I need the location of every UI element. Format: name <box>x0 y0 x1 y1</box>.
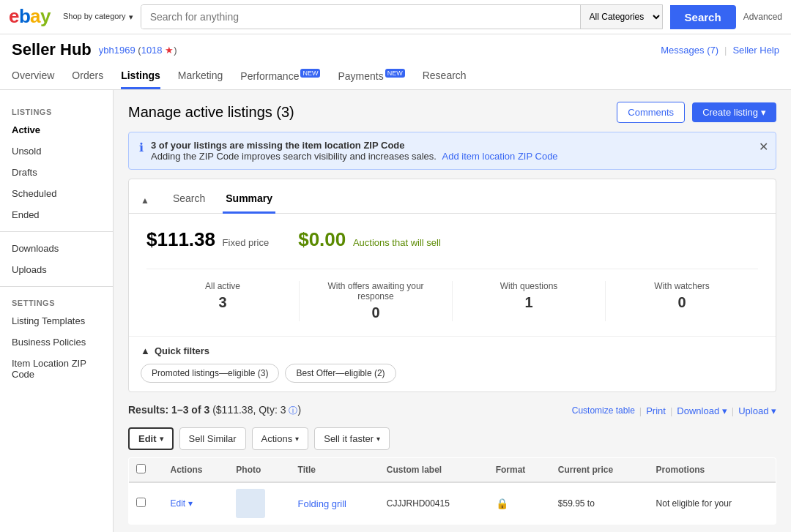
filter-chip-best-offer[interactable]: Best Offer—eligible (2) <box>285 364 396 383</box>
row-actions-cell: Edit ▾ <box>163 482 229 525</box>
table-row: Edit ▾ Folding grill CJJJRHD00415 🔒 <box>129 482 776 525</box>
shop-by-category-btn[interactable]: Shop by category ▾ <box>63 12 133 21</box>
seller-help-link[interactable]: Seller Help <box>732 45 779 56</box>
sidebar: LISTINGS Active Unsold Drafts Scheduled … <box>0 90 114 532</box>
results-amount: ($111.38, Qty: 3 ⓘ) <box>212 404 301 416</box>
sell-it-faster-button[interactable]: Sell it faster ▾ <box>314 427 390 450</box>
search-button[interactable]: Search <box>670 5 736 29</box>
select-all-checkbox[interactable] <box>136 464 146 473</box>
row-price-cell: $59.95 to <box>551 482 649 525</box>
results-actions: Customize table | Print | Download ▾ | U… <box>572 405 776 416</box>
stat-offers-awaiting-value: 0 <box>311 304 440 321</box>
sidebar-item-drafts[interactable]: Drafts <box>0 162 113 183</box>
row-title-cell: Folding grill <box>291 482 379 525</box>
nav-orders[interactable]: Orders <box>72 62 103 89</box>
stat-offers-awaiting: With offers awaiting your response 0 <box>300 281 453 321</box>
filter-chips: Promoted listings—eligible (3) Best Offe… <box>141 364 764 383</box>
tab-summary[interactable]: Summary <box>223 188 275 214</box>
main-content: Manage active listings (3) Comments Crea… <box>114 90 791 532</box>
col-actions-header: Actions <box>163 458 229 483</box>
stat-questions-value: 1 <box>464 294 593 311</box>
nav-performance[interactable]: PerformanceNEW <box>240 62 320 89</box>
row-edit-chevron-icon[interactable]: ▾ <box>188 498 193 509</box>
summary-content: $111.38 Fixed price $0.00 Auctions that … <box>129 214 776 336</box>
stat-offers-awaiting-label: With offers awaiting your response <box>311 281 440 301</box>
customize-table-link[interactable]: Customize table <box>572 405 635 416</box>
alert-link[interactable]: Add item location ZIP Code <box>442 151 558 162</box>
sidebar-divider-2 <box>0 286 113 287</box>
create-listing-button[interactable]: Create listing ▾ <box>692 102 776 122</box>
actions-button[interactable]: Actions ▾ <box>252 427 309 450</box>
shop-by-label: Shop by category <box>63 12 126 21</box>
nav-payments[interactable]: PaymentsNEW <box>338 62 404 89</box>
sell-similar-button[interactable]: Sell Similar <box>179 427 246 450</box>
alert-sub-text: Adding the ZIP Code improves search visi… <box>151 151 437 162</box>
row-format-cell: 🔒 <box>489 482 551 525</box>
nav-overview[interactable]: Overview <box>12 62 54 89</box>
tab-search[interactable]: Search <box>170 188 208 214</box>
create-listing-chevron-icon: ▾ <box>761 107 766 118</box>
sidebar-item-ended[interactable]: Ended <box>0 204 113 225</box>
results-info-icon[interactable]: ⓘ <box>289 405 297 416</box>
sidebar-item-unsold[interactable]: Unsold <box>0 141 113 162</box>
stat-watchers: With watchers 0 <box>606 281 758 321</box>
sidebar-item-active[interactable]: Active <box>0 119 113 141</box>
row-photo-cell <box>229 482 290 525</box>
upload-link[interactable]: Upload ▾ <box>738 405 776 416</box>
collapse-icon[interactable]: ▲ <box>141 195 149 206</box>
auction-price-label: Auctions that will sell <box>353 237 441 248</box>
nav-marketing[interactable]: Marketing <box>178 62 223 89</box>
row-custom-label-cell: CJJJRHD00415 <box>379 482 489 525</box>
search-input[interactable] <box>141 5 580 29</box>
shop-by-chevron-icon: ▾ <box>129 12 133 22</box>
download-chevron-icon: ▾ <box>722 405 727 416</box>
page-header-actions: Comments Create listing ▾ <box>617 102 776 123</box>
lock-icon: 🔒 <box>496 498 508 509</box>
edit-button[interactable]: Edit ▾ <box>128 427 174 450</box>
seller-rating-link[interactable]: 1018 ★ <box>141 45 174 56</box>
alert-bold-text: 3 of your listings are missing the item … <box>151 140 405 151</box>
row-edit-label[interactable]: Edit <box>171 498 186 509</box>
comments-button[interactable]: Comments <box>617 102 685 123</box>
stat-watchers-value: 0 <box>617 294 746 311</box>
download-link[interactable]: Download ▾ <box>677 405 727 416</box>
seller-username-link[interactable]: ybh1969 <box>99 45 135 56</box>
nav-listings[interactable]: Listings <box>121 62 160 89</box>
auction-price-block: $0.00 Auctions that will sell <box>298 228 441 251</box>
summary-stats: All active 3 With offers awaiting your r… <box>146 269 758 321</box>
alert-text: 3 of your listings are missing the item … <box>151 140 558 162</box>
row-checkbox-cell <box>129 482 163 525</box>
seller-username: ybh1969 (1018 ★) <box>99 45 177 56</box>
sidebar-item-downloads[interactable]: Downloads <box>0 238 113 259</box>
table-toolbar: Edit ▾ Sell Similar Actions ▾ Sell it fa… <box>128 427 776 450</box>
advanced-link[interactable]: Advanced <box>743 12 782 22</box>
nav-research[interactable]: Research <box>423 62 467 89</box>
seller-hub-header: Seller Hub ybh1969 (1018 ★) Messages (7)… <box>0 34 791 90</box>
row-title-link[interactable]: Folding grill <box>298 498 346 509</box>
sidebar-item-business-policies[interactable]: Business Policies <box>0 331 113 353</box>
fixed-price-block: $111.38 Fixed price <box>146 228 269 251</box>
sidebar-item-listing-templates[interactable]: Listing Templates <box>0 310 113 331</box>
ebay-logo[interactable]: e b a y <box>9 7 53 27</box>
stat-all-active-value: 3 <box>158 294 287 311</box>
alert-close-button[interactable]: ✕ <box>759 140 768 154</box>
sidebar-item-uploads[interactable]: Uploads <box>0 259 113 280</box>
category-select[interactable]: All Categories <box>580 5 662 29</box>
main-nav: Overview Orders Listings Marketing Perfo… <box>12 62 779 89</box>
print-link[interactable]: Print <box>646 405 666 416</box>
listings-table: Actions Photo Title Custom label Format … <box>128 457 776 525</box>
info-icon: ℹ <box>139 141 144 154</box>
messages-link[interactable]: Messages (7) <box>661 45 718 56</box>
summary-prices: $111.38 Fixed price $0.00 Auctions that … <box>146 228 758 251</box>
sidebar-item-scheduled[interactable]: Scheduled <box>0 183 113 204</box>
col-title-header: Title <box>291 458 379 483</box>
sidebar-item-item-location-zip[interactable]: Item Location ZIP Code <box>0 353 113 385</box>
seller-header-links: Messages (7) | Seller Help <box>661 45 779 56</box>
main-layout: LISTINGS Active Unsold Drafts Scheduled … <box>0 90 791 532</box>
stat-questions: With questions 1 <box>453 281 606 321</box>
table-header-row: Actions Photo Title Custom label Format … <box>129 458 776 483</box>
filter-chip-promoted[interactable]: Promoted listings—eligible (3) <box>141 364 279 383</box>
stat-all-active-label: All active <box>158 281 287 291</box>
quick-filters-header[interactable]: ▲ Quick filters <box>141 345 764 356</box>
row-checkbox[interactable] <box>136 498 146 507</box>
